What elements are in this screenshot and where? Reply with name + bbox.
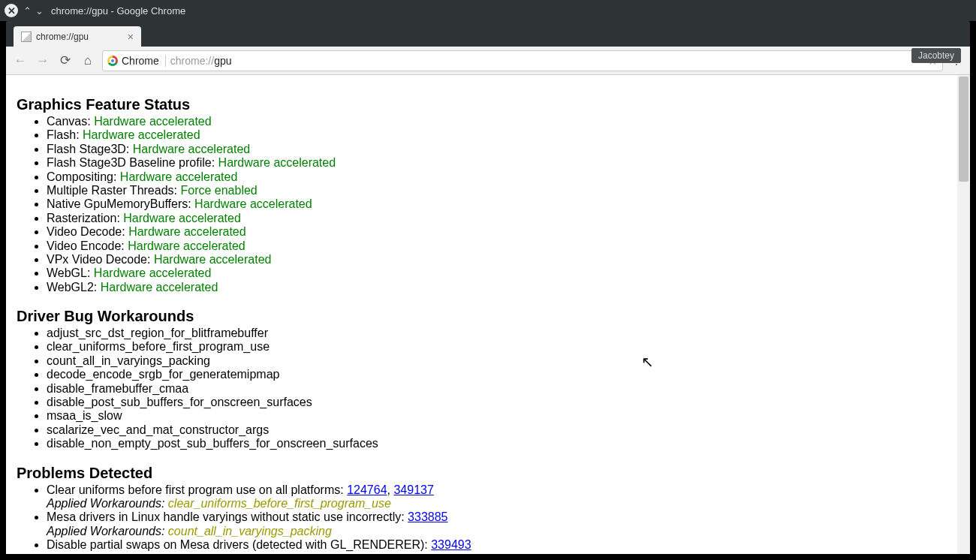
workaround-item: msaa_is_slow	[47, 409, 953, 423]
workaround-item: clear_uniforms_before_first_program_use	[47, 340, 953, 354]
problem-item: Mesa drivers in Linux handle varyings wi…	[47, 510, 953, 538]
feature-status: Hardware accelerated	[194, 197, 312, 210]
forward-button: →	[35, 53, 51, 69]
feature-status: Hardware accelerated	[123, 212, 241, 224]
window-down-button[interactable]: ⌄	[33, 5, 45, 17]
feature-status: Hardware accelerated	[120, 170, 238, 183]
chrome-icon	[107, 56, 118, 66]
back-button[interactable]: ←	[12, 53, 29, 69]
browser-tab[interactable]: chrome://gpu ×	[14, 26, 141, 47]
feature-item: Rasterization: Hardware accelerated	[47, 212, 953, 225]
feature-item: Flash Stage3D: Hardware accelerated	[47, 143, 953, 156]
scrollbar-thumb[interactable]	[959, 77, 968, 182]
feature-item: Flash: Hardware accelerated	[47, 128, 953, 142]
browser-toolbar: ← → ⟳ ⌂ Chrome chrome://gpu ☆ ⋮	[6, 47, 970, 75]
window-up-button[interactable]: ⌃	[21, 5, 33, 17]
problems-list: Clear uniforms before first program use …	[17, 483, 953, 554]
applied-workaround: clear_uniforms_before_first_program_use	[168, 497, 391, 510]
tab-title: chrome://gpu	[36, 32, 89, 42]
workaround-item: disable_post_sub_buffers_for_onscreen_su…	[47, 396, 953, 409]
workaround-item: adjust_src_dst_region_for_blitframebuffe…	[47, 327, 953, 340]
bug-link[interactable]: 124764	[347, 483, 387, 496]
workaround-item: scalarize_vec_and_mat_constructor_args	[47, 423, 953, 437]
feature-item: WebGL: Hardware accelerated	[47, 266, 953, 280]
feature-status: Hardware accelerated	[128, 239, 246, 252]
home-button[interactable]: ⌂	[80, 53, 96, 69]
applied-label: Applied Workarounds:	[47, 525, 168, 537]
feature-label: WebGL:	[47, 266, 94, 279]
tab-strip: chrome://gpu ×	[6, 21, 970, 47]
feature-item: Canvas: Hardware accelerated	[47, 115, 953, 128]
problem-text: Disable partial swaps on Mesa drivers (d…	[47, 538, 431, 551]
workaround-item: disable_non_empty_post_sub_buffers_for_o…	[47, 437, 953, 450]
bug-link[interactable]: 349137	[393, 483, 433, 496]
feature-label: Multiple Raster Threads:	[47, 184, 180, 197]
feature-item: Native GpuMemoryBuffers: Hardware accele…	[47, 197, 953, 211]
feature-label: WebGL2:	[47, 281, 101, 294]
feature-label: Rasterization:	[47, 212, 123, 224]
feature-item: WebGL2: Hardware accelerated	[47, 281, 953, 294]
feature-status: Hardware accelerated	[101, 281, 218, 294]
features-list: Canvas: Hardware acceleratedFlash: Hardw…	[17, 115, 953, 294]
vertical-scrollbar[interactable]	[957, 75, 970, 554]
feature-status: Hardware accelerated	[94, 115, 212, 128]
feature-label: Compositing:	[47, 170, 120, 183]
reload-button[interactable]: ⟳	[57, 53, 74, 69]
window-title: chrome://gpu - Google Chrome	[51, 5, 185, 17]
address-bar[interactable]: Chrome chrome://gpu ☆	[102, 50, 943, 71]
url-scheme: chrome://	[170, 55, 214, 67]
feature-status: Hardware accelerated	[128, 225, 246, 238]
bug-link[interactable]: 333885	[408, 510, 447, 523]
tab-favicon	[21, 32, 32, 42]
workaround-item: decode_encode_srgb_for_generatemipmap	[47, 368, 953, 381]
workarounds-heading: Driver Bug Workarounds	[17, 308, 953, 325]
workarounds-list: adjust_src_dst_region_for_blitframebuffe…	[17, 327, 953, 451]
applied-label: Applied Workarounds:	[47, 552, 168, 554]
workaround-item: count_all_in_varyings_packing	[47, 354, 953, 368]
feature-item: VPx Video Decode: Hardware accelerated	[47, 253, 953, 266]
features-heading: Graphics Feature Status	[17, 96, 953, 113]
feature-label: Flash Stage3D Baseline profile:	[47, 156, 218, 169]
applied-workaround: count_all_in_varyings_packing	[168, 525, 332, 537]
problem-text: Clear uniforms before first program use …	[47, 483, 347, 496]
feature-label: Video Decode:	[47, 225, 128, 238]
feature-status: Hardware accelerated	[133, 143, 251, 155]
problem-text: Mesa drivers in Linux handle varyings wi…	[47, 510, 408, 523]
problem-item: Disable partial swaps on Mesa drivers (d…	[47, 538, 953, 554]
applied-workaround: disable_non_empty_post_sub_buffers_for_o…	[168, 552, 500, 554]
url-path: gpu	[214, 55, 231, 67]
profile-badge[interactable]: Jacobtey	[911, 48, 961, 63]
workaround-item: disable_framebuffer_cmaa	[47, 382, 953, 396]
site-identity-label: Chrome	[122, 55, 159, 67]
feature-label: Flash:	[47, 128, 83, 141]
feature-status: Force enabled	[180, 184, 257, 197]
window-titlebar: ✕ ⌃ ⌄ chrome://gpu - Google Chrome	[0, 0, 976, 21]
tab-close-icon[interactable]: ×	[128, 31, 134, 43]
feature-label: Video Encode:	[47, 239, 128, 252]
feature-item: Video Encode: Hardware accelerated	[47, 239, 953, 253]
feature-item: Flash Stage3D Baseline profile: Hardware…	[47, 156, 953, 170]
feature-label: VPx Video Decode:	[47, 253, 154, 266]
page-content: Graphics Feature Status Canvas: Hardware…	[6, 75, 957, 554]
feature-status: Hardware accelerated	[154, 253, 272, 266]
bug-link[interactable]: 339493	[431, 538, 471, 551]
applied-label: Applied Workarounds:	[47, 497, 168, 510]
feature-item: Multiple Raster Threads: Force enabled	[47, 184, 953, 197]
feature-status: Hardware accelerated	[94, 266, 212, 279]
window-close-button[interactable]: ✕	[5, 4, 18, 17]
feature-item: Video Decode: Hardware accelerated	[47, 225, 953, 239]
feature-label: Canvas:	[47, 115, 94, 128]
feature-label: Native GpuMemoryBuffers:	[47, 197, 194, 210]
feature-item: Compositing: Hardware accelerated	[47, 170, 953, 184]
problems-heading: Problems Detected	[17, 465, 953, 482]
problem-item: Clear uniforms before first program use …	[47, 483, 953, 511]
site-identity-chip[interactable]: Chrome	[107, 55, 166, 67]
feature-status: Hardware accelerated	[218, 156, 336, 169]
feature-label: Flash Stage3D:	[47, 143, 133, 155]
feature-status: Hardware accelerated	[83, 128, 200, 141]
